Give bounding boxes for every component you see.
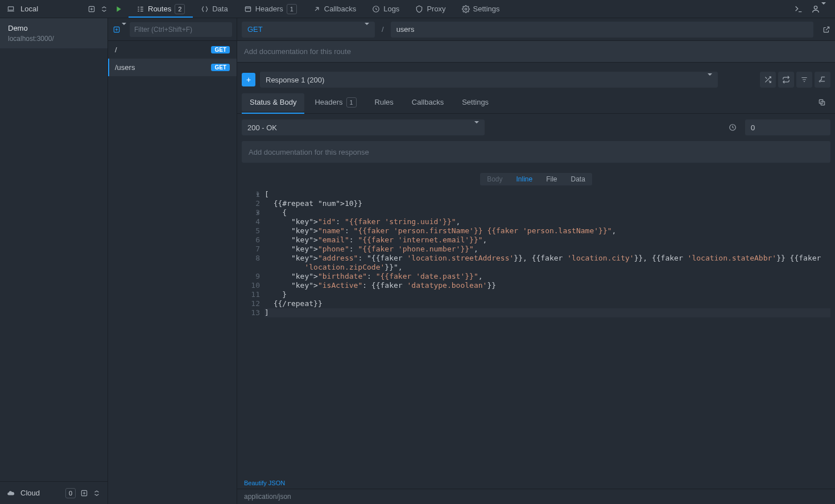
environment-item[interactable]: Demo localhost:3000/	[0, 18, 108, 48]
route-method-badge: GET	[211, 64, 230, 71]
method-value: GET	[247, 25, 263, 34]
tab-callbacks[interactable]: Callbacks	[404, 93, 452, 111]
body-tab-data[interactable]: Data	[564, 173, 592, 185]
nav-routes-label: Routes	[148, 5, 171, 13]
svg-rect-2	[245, 6, 250, 11]
cloud-count-badge: 0	[65, 488, 76, 498]
route-item[interactable]: / GET	[108, 41, 237, 59]
nav-proxy-label: Proxy	[427, 5, 445, 13]
method-select[interactable]: GET	[242, 22, 375, 38]
nav-proxy[interactable]: Proxy	[407, 0, 453, 18]
body-type-tabs: Body Inline File Data	[480, 173, 592, 185]
body-tab-file[interactable]: File	[539, 173, 564, 185]
route-path: /users	[115, 63, 135, 72]
collapse-icon[interactable]	[100, 5, 108, 13]
routes-panel: / GET /users GET	[108, 18, 237, 504]
route-doc-input[interactable]	[237, 41, 835, 63]
tab-headers-count: 1	[346, 97, 357, 108]
laptop-icon	[7, 5, 15, 13]
topbar: Local Routes 2 Data Headers 1	[0, 0, 835, 18]
tab-rules[interactable]: Rules	[367, 93, 402, 111]
latency-input[interactable]	[745, 119, 830, 135]
headers-count-badge: 1	[287, 4, 297, 14]
nav-logs[interactable]: Logs	[364, 0, 407, 18]
response-select[interactable]: Response 1 (200)	[260, 72, 718, 88]
fallback-icon[interactable]	[815, 72, 830, 88]
tab-label: Status & Body	[250, 98, 296, 106]
body-tab-inline[interactable]: Inline	[509, 173, 539, 185]
route-method-badge: GET	[211, 46, 230, 53]
filter-rules-icon[interactable]	[796, 72, 812, 88]
add-env-icon[interactable]	[88, 5, 96, 13]
route-path: /	[115, 46, 117, 54]
tab-settings[interactable]: Settings	[454, 93, 497, 111]
content-type-label: application/json	[237, 489, 835, 504]
nav-logs-label: Logs	[383, 5, 399, 13]
add-response-button[interactable]: +	[242, 73, 255, 86]
nav-settings[interactable]: Settings	[454, 0, 508, 18]
tab-label: Rules	[375, 98, 394, 106]
chevron-down-icon	[474, 123, 479, 132]
route-detail-panel: GET / + Response 1 (200)	[237, 18, 835, 504]
repeat-icon[interactable]	[778, 72, 794, 88]
route-path-input[interactable]	[391, 22, 813, 38]
cloud-collapse-icon[interactable]	[93, 489, 101, 497]
status-code-select[interactable]: 200 - OK	[242, 119, 485, 135]
local-label: Local	[20, 5, 38, 13]
terminal-icon[interactable]	[794, 5, 803, 14]
copy-response-icon[interactable]	[813, 98, 830, 106]
user-menu[interactable]	[811, 5, 826, 14]
body-tab-body[interactable]: Body	[480, 173, 509, 185]
cloud-label: Cloud	[20, 489, 40, 497]
nav-headers[interactable]: Headers 1	[236, 0, 305, 18]
beautify-json-link[interactable]: Beautify JSON	[244, 480, 285, 486]
environment-host: localhost:3000/	[8, 35, 100, 43]
environments-panel: Demo localhost:3000/ Cloud 0	[0, 18, 108, 504]
response-label: Response 1 (200)	[266, 76, 324, 84]
routes-count-badge: 2	[175, 4, 185, 14]
start-server-button[interactable]	[108, 0, 129, 18]
path-slash: /	[379, 25, 386, 34]
shuffle-icon[interactable]	[760, 72, 776, 88]
chevron-down-icon	[708, 76, 712, 84]
nav-callbacks[interactable]: Callbacks	[305, 0, 364, 18]
route-item[interactable]: /users GET	[108, 59, 237, 76]
clock-icon	[725, 123, 741, 131]
nav-callbacks-label: Callbacks	[324, 5, 356, 13]
add-cloud-icon[interactable]	[80, 489, 88, 497]
tab-label: Settings	[462, 98, 489, 106]
body-editor[interactable]: 1▾23▾45678910111213 [ {{#repeat "num">10…	[242, 190, 830, 477]
environment-name: Demo	[8, 24, 100, 32]
svg-point-4	[465, 8, 467, 10]
routes-filter-input[interactable]	[130, 22, 232, 37]
nav-data[interactable]: Data	[193, 0, 235, 18]
svg-rect-0	[8, 6, 13, 10]
tab-label: Headers	[315, 98, 342, 106]
nav-headers-label: Headers	[255, 5, 283, 13]
chevron-down-icon	[365, 25, 369, 34]
add-route-button[interactable]	[113, 25, 126, 34]
open-external-icon[interactable]	[822, 26, 830, 34]
tab-headers[interactable]: Headers 1	[307, 93, 364, 111]
nav-settings-label: Settings	[473, 5, 500, 13]
svg-point-5	[814, 6, 817, 9]
cloud-icon	[7, 489, 15, 497]
tab-label: Callbacks	[412, 98, 444, 106]
status-value: 200 - OK	[247, 123, 277, 132]
nav-routes[interactable]: Routes 2	[129, 0, 193, 18]
response-doc-input[interactable]	[242, 141, 830, 163]
tab-status-body[interactable]: Status & Body	[242, 93, 304, 111]
nav-data-label: Data	[212, 5, 228, 13]
